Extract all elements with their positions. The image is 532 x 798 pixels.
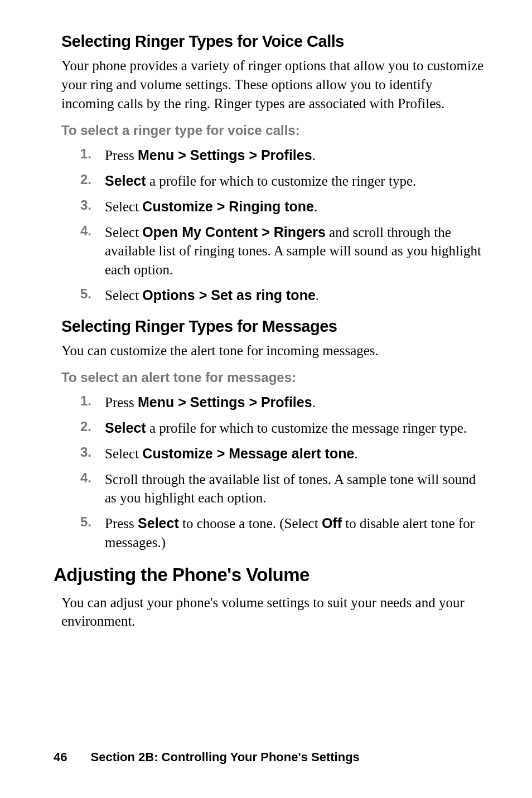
step-item: 2. Select a profile for which to customi…	[80, 419, 487, 438]
subsection-heading-messages: Selecting Ringer Types for Messages	[61, 317, 487, 336]
step-item: 1. Press Menu > Settings > Profiles.	[80, 393, 487, 412]
step-text: Scroll through the available list of ton…	[105, 470, 487, 508]
step-number: 3.	[80, 444, 105, 460]
step-number: 5.	[80, 286, 105, 302]
step-number: 5.	[80, 514, 105, 530]
paragraph-messages-intro: You can customize the alert tone for inc…	[61, 341, 487, 360]
subsection-heading-voice: Selecting Ringer Types for Voice Calls	[61, 32, 487, 51]
steps-list-messages: 1. Press Menu > Settings > Profiles. 2. …	[61, 393, 487, 552]
step-item: 3. Select Customize > Ringing tone.	[80, 197, 487, 216]
step-text: Select a profile for which to customize …	[105, 172, 487, 191]
instruction-label-messages: To select an alert tone for messages:	[61, 370, 487, 385]
step-text: Select a profile for which to customize …	[105, 419, 487, 438]
page-number: 46	[54, 750, 67, 765]
step-number: 2.	[80, 419, 105, 434]
step-item: 4. Select Open My Content > Ringers and …	[80, 223, 487, 279]
section-heading-volume: Adjusting the Phone's Volume	[54, 564, 487, 586]
step-number: 3.	[80, 197, 105, 213]
instruction-label-voice: To select a ringer type for voice calls:	[61, 123, 487, 138]
step-item: 2. Select a profile for which to customi…	[80, 172, 487, 191]
step-number: 2.	[80, 172, 105, 187]
step-item: 3. Select Customize > Message alert tone…	[80, 444, 487, 463]
step-number: 4.	[80, 470, 105, 486]
step-item: 1. Press Menu > Settings > Profiles.	[80, 146, 487, 165]
steps-list-voice: 1. Press Menu > Settings > Profiles. 2. …	[61, 146, 487, 304]
footer-title: Section 2B: Controlling Your Phone's Set…	[90, 750, 359, 764]
step-item: 4. Scroll through the available list of …	[80, 470, 487, 508]
step-text: Select Customize > Message alert tone.	[105, 444, 487, 463]
step-text: Press Menu > Settings > Profiles.	[105, 393, 487, 412]
step-item: 5. Select Options > Set as ring tone.	[80, 286, 487, 305]
step-text: Select Customize > Ringing tone.	[105, 197, 487, 216]
paragraph-voice-intro: Your phone provides a variety of ringer …	[61, 56, 487, 113]
step-text: Press Select to choose a tone. (Select O…	[105, 514, 487, 552]
step-number: 1.	[80, 146, 105, 162]
paragraph-volume-intro: You can adjust your phone's volume setti…	[61, 593, 487, 631]
step-item: 5. Press Select to choose a tone. (Selec…	[80, 514, 487, 552]
step-text: Select Open My Content > Ringers and scr…	[105, 223, 487, 279]
step-text: Select Options > Set as ring tone.	[105, 286, 487, 305]
step-number: 1.	[80, 393, 105, 409]
page-footer: 46Section 2B: Controlling Your Phone's S…	[54, 750, 360, 765]
step-text: Press Menu > Settings > Profiles.	[105, 146, 487, 165]
step-number: 4.	[80, 223, 105, 239]
